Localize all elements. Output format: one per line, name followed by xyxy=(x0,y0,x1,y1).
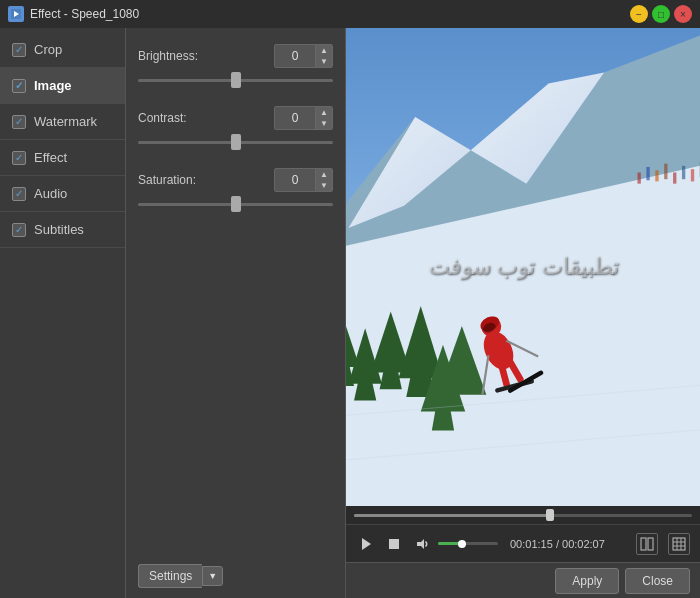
svg-rect-29 xyxy=(646,167,649,180)
svg-rect-34 xyxy=(691,169,694,181)
volume-thumb[interactable] xyxy=(458,540,466,548)
crop-checkbox[interactable]: ✓ xyxy=(12,43,26,57)
sidebar-item-subtitles[interactable]: ✓ Subtitles xyxy=(0,212,125,248)
saturation-spinners: ▲ ▼ xyxy=(315,169,332,191)
contrast-spinners: ▲ ▼ xyxy=(315,107,332,129)
stop-button[interactable] xyxy=(384,534,404,554)
watermark-label: Watermark xyxy=(34,114,97,129)
progress-fill xyxy=(354,514,550,517)
play-button[interactable] xyxy=(356,533,376,555)
svg-rect-28 xyxy=(637,173,640,184)
titlebar: Effect - Speed_1080 − □ × xyxy=(0,0,700,28)
image-label: Image xyxy=(34,78,72,93)
fullscreen-button[interactable] xyxy=(668,533,690,555)
svg-rect-43 xyxy=(648,538,653,550)
saturation-group: Saturation: ▲ ▼ xyxy=(138,168,333,212)
watermark-checkbox[interactable]: ✓ xyxy=(12,115,26,129)
saturation-slider-container[interactable] xyxy=(138,196,333,212)
saturation-slider-track xyxy=(138,203,333,206)
total-time: 00:02:07 xyxy=(562,538,605,550)
saturation-down-btn[interactable]: ▼ xyxy=(316,180,332,191)
contrast-up-btn[interactable]: ▲ xyxy=(316,107,332,118)
volume-icon[interactable] xyxy=(412,533,434,555)
svg-rect-42 xyxy=(641,538,646,550)
sidebar-item-image[interactable]: ✓ Image xyxy=(0,68,125,104)
contrast-slider-track xyxy=(138,141,333,144)
right-panel: تطبيقات توب سوفت xyxy=(346,28,700,598)
time-display: 00:01:15 / 00:02:07 xyxy=(510,538,605,550)
contrast-label: Contrast: xyxy=(138,111,187,125)
brightness-input[interactable] xyxy=(275,47,315,65)
maximize-button[interactable]: □ xyxy=(652,5,670,23)
svg-rect-31 xyxy=(664,164,667,180)
brightness-group: Brightness: ▲ ▼ xyxy=(138,44,333,88)
contrast-group: Contrast: ▲ ▼ xyxy=(138,106,333,150)
window-title: Effect - Speed_1080 xyxy=(30,7,630,21)
sidebar-item-audio[interactable]: ✓ Audio xyxy=(0,176,125,212)
volume-track[interactable] xyxy=(438,542,498,545)
progress-track[interactable] xyxy=(354,514,692,517)
sidebar-item-effect[interactable]: ✓ Effect xyxy=(0,140,125,176)
contrast-slider-thumb[interactable] xyxy=(231,134,241,150)
brightness-up-btn[interactable]: ▲ xyxy=(316,45,332,56)
brightness-slider-container[interactable] xyxy=(138,72,333,88)
svg-marker-39 xyxy=(362,538,371,550)
contrast-slider-container[interactable] xyxy=(138,134,333,150)
saturation-up-btn[interactable]: ▲ xyxy=(316,169,332,180)
saturation-input[interactable] xyxy=(275,171,315,189)
saturation-label: Saturation: xyxy=(138,173,196,187)
brightness-slider-track xyxy=(138,79,333,82)
brightness-spinners: ▲ ▼ xyxy=(315,45,332,67)
svg-rect-33 xyxy=(682,166,685,179)
current-time: 00:01:15 xyxy=(510,538,553,550)
brightness-input-group[interactable]: ▲ ▼ xyxy=(274,44,333,68)
svg-rect-30 xyxy=(655,170,658,181)
effect-checkbox[interactable]: ✓ xyxy=(12,151,26,165)
effect-label: Effect xyxy=(34,150,67,165)
main-layout: ✓ Crop ✓ Image ✓ Watermark ✓ Effect ✓ Au… xyxy=(0,28,700,598)
window-close-button[interactable]: × xyxy=(674,5,692,23)
sidebar-item-watermark[interactable]: ✓ Watermark xyxy=(0,104,125,140)
subtitles-label: Subtitles xyxy=(34,222,84,237)
svg-marker-41 xyxy=(417,539,424,549)
preview-area: تطبيقات توب سوفت xyxy=(346,28,700,506)
brightness-down-btn[interactable]: ▼ xyxy=(316,56,332,67)
brightness-slider-thumb[interactable] xyxy=(231,72,241,88)
apply-button[interactable]: Apply xyxy=(555,568,619,594)
volume-control[interactable] xyxy=(412,533,498,555)
saturation-input-group[interactable]: ▲ ▼ xyxy=(274,168,333,192)
window-controls: − □ × xyxy=(630,5,692,23)
progress-thumb[interactable] xyxy=(546,509,554,521)
svg-rect-32 xyxy=(673,173,676,184)
settings-dropdown-button[interactable]: ▼ xyxy=(202,566,223,586)
app-icon xyxy=(8,6,24,22)
crop-label: Crop xyxy=(34,42,62,57)
contrast-input-group[interactable]: ▲ ▼ xyxy=(274,106,333,130)
saturation-slider-thumb[interactable] xyxy=(231,196,241,212)
sidebar-item-crop[interactable]: ✓ Crop xyxy=(0,32,125,68)
close-button[interactable]: Close xyxy=(625,568,690,594)
controls-bar: 00:01:15 / 00:02:07 xyxy=(346,524,700,562)
subtitles-checkbox[interactable]: ✓ xyxy=(12,223,26,237)
contrast-input[interactable] xyxy=(275,109,315,127)
svg-rect-44 xyxy=(673,538,685,550)
svg-rect-40 xyxy=(389,539,399,549)
action-bar: Apply Close xyxy=(346,562,700,598)
minimize-button[interactable]: − xyxy=(630,5,648,23)
settings-button[interactable]: Settings xyxy=(138,564,202,588)
contrast-down-btn[interactable]: ▼ xyxy=(316,118,332,129)
brightness-label: Brightness: xyxy=(138,49,198,63)
audio-checkbox[interactable]: ✓ xyxy=(12,187,26,201)
frame-view-button[interactable] xyxy=(636,533,658,555)
middle-panel: Brightness: ▲ ▼ xyxy=(126,28,346,228)
audio-label: Audio xyxy=(34,186,67,201)
sidebar: ✓ Crop ✓ Image ✓ Watermark ✓ Effect ✓ Au… xyxy=(0,28,126,598)
image-checkbox[interactable]: ✓ xyxy=(12,79,26,93)
timeline-bar[interactable] xyxy=(346,506,700,524)
watermark-overlay: تطبيقات توب سوفت xyxy=(428,254,617,280)
